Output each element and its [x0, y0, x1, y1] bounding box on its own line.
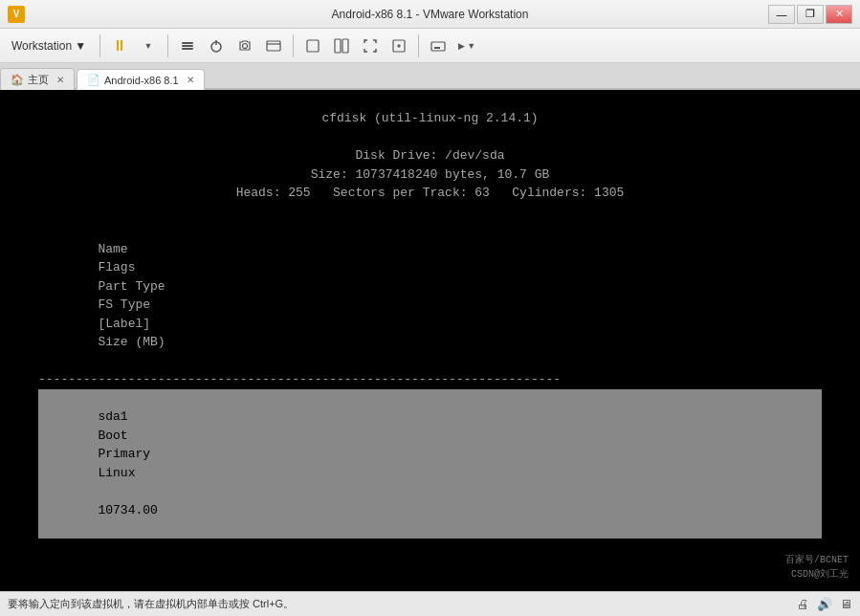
share-button[interactable] [260, 33, 287, 58]
restore-button[interactable]: ❐ [797, 5, 824, 24]
svg-rect-10 [342, 39, 348, 53]
terminal-screen[interactable]: cfdisk (util-linux-ng 2.14.1) Disk Drive… [0, 90, 860, 591]
menu-bar: Workstation ▼ ⏸ ▼ [0, 29, 860, 63]
fullscreen-btn2[interactable]: ▶ ▼ [453, 33, 480, 58]
cfdisk-title: cfdisk (util-linux-ng 2.14.1) [38, 109, 822, 128]
toolbar-separator-2 [167, 34, 168, 57]
send-keys-button[interactable] [425, 33, 452, 58]
tab-bar: 🏠 主页 ✕ 📄 Android-x86 8.1 ✕ [0, 63, 860, 90]
pause-button[interactable]: ⏸ [106, 33, 133, 58]
size-line: Size: 10737418240 bytes, 10.7 GB [38, 165, 822, 185]
view-fullscreen-button[interactable] [357, 33, 384, 58]
svg-rect-9 [335, 39, 341, 53]
close-button[interactable]: ✕ [826, 5, 852, 24]
display-icon: 🖥 [840, 597, 852, 611]
svg-rect-2 [182, 48, 193, 50]
window-controls: — ❐ ✕ [768, 5, 852, 24]
disk-drive: Disk Drive: /dev/sda [38, 146, 822, 165]
pause-dropdown-button[interactable]: ▼ [135, 33, 162, 58]
home-tab-close[interactable]: ✕ [56, 75, 64, 85]
workstation-dropdown-icon: ▼ [75, 39, 86, 53]
home-tab-icon: 🏠 [11, 74, 24, 86]
tab-home[interactable]: 🏠 主页 ✕ [0, 68, 75, 90]
svg-point-5 [243, 43, 248, 48]
toolbar-separator-4 [418, 34, 419, 57]
workstation-label: Workstation [11, 39, 72, 53]
table-divider: ----------------------------------------… [38, 370, 822, 389]
vm-tab-icon: 📄 [87, 74, 100, 86]
svg-rect-6 [267, 41, 280, 51]
snapshot-button[interactable] [232, 33, 258, 58]
vm-content-area[interactable]: cfdisk (util-linux-ng 2.14.1) Disk Drive… [0, 90, 860, 591]
view-normal-button[interactable] [299, 33, 326, 58]
view-single-button[interactable] [328, 33, 355, 58]
title-bar: V Android-x86 8.1 - VMware Workstation —… [0, 0, 860, 29]
toolbar-separator-1 [99, 34, 100, 57]
power-button[interactable] [203, 33, 230, 58]
app-icon: V [8, 6, 25, 23]
svg-rect-14 [431, 42, 445, 51]
vm-tab-label: Android-x86 8.1 [104, 75, 179, 86]
svg-rect-0 [182, 42, 193, 44]
send-ctrl-alt-del-button[interactable] [174, 33, 201, 58]
app-window: V Android-x86 8.1 - VMware Workstation —… [0, 0, 860, 616]
workstation-menu[interactable]: Workstation ▼ [4, 35, 94, 56]
partition-row: sda1 Boot Primary Linux 10734.00 [38, 389, 822, 539]
vm-tab-close[interactable]: ✕ [187, 75, 194, 85]
svg-rect-1 [182, 45, 193, 47]
home-tab-label: 主页 [28, 73, 49, 87]
toolbar-separator-3 [293, 34, 294, 57]
tab-vm[interactable]: 📄 Android-x86 8.1 ✕ [77, 69, 205, 90]
minimize-button[interactable]: — [768, 5, 795, 24]
table-header: Name Flags Part Type FS Type [Label] Siz… [38, 221, 822, 370]
svg-rect-8 [307, 40, 319, 52]
fit-guest-button[interactable] [386, 33, 412, 58]
window-title: Android-x86 8.1 - VMware Workstation [0, 8, 860, 21]
heads-line: Heads: 255 Sectors per Track: 63 Cylinde… [38, 184, 822, 203]
